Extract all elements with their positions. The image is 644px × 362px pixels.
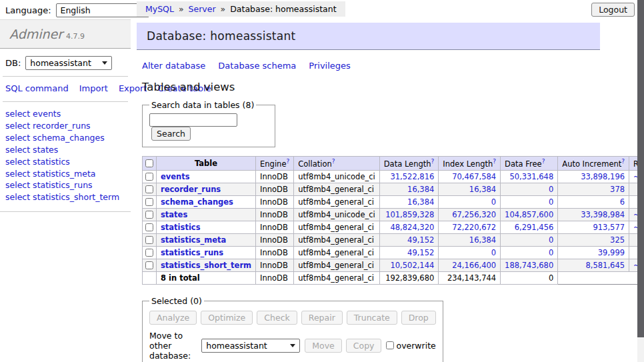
auto-increment-cell: 913,577	[558, 221, 629, 233]
table-row: recorder_runsInnoDButf8mb4_general_ci16,…	[143, 183, 644, 195]
db-select-value: homeassistant	[30, 58, 91, 68]
language-select-value: English	[61, 5, 91, 15]
button-check[interactable]: Check	[257, 311, 297, 325]
total-label-cell: 8 in total	[157, 271, 256, 284]
column-help-link[interactable]: ?	[332, 158, 335, 165]
breadcrumb-item-server[interactable]: Server	[189, 4, 216, 14]
data-length-cell: 49,152	[379, 246, 439, 259]
button-move[interactable]: Move	[305, 339, 342, 353]
row-checkbox[interactable]	[145, 173, 153, 181]
db-select[interactable]: homeassistant	[25, 56, 112, 70]
breadcrumb-separator: »	[179, 4, 184, 14]
link-database-schema[interactable]: Database schema	[218, 61, 296, 71]
sidebar-item-select-statistics-meta[interactable]: select statistics_meta	[5, 168, 125, 180]
sidebar-item-select-states[interactable]: select states	[5, 144, 125, 156]
table-row: statistics_short_termInnoDButf8mb4_gener…	[143, 259, 644, 271]
auto-increment-cell: 39,999	[558, 246, 629, 259]
breadcrumb-separator: »	[221, 4, 226, 14]
data-free-cell: 0	[501, 233, 558, 246]
auto-increment-cell: 325	[558, 233, 629, 246]
row-checkbox[interactable]	[145, 185, 153, 193]
move-buttons: MoveCopy	[305, 339, 381, 353]
table-link-states[interactable]: states	[161, 210, 187, 219]
link-alter-database[interactable]: Alter database	[142, 61, 205, 71]
button-copy[interactable]: Copy	[346, 339, 382, 353]
row-checkbox[interactable]	[145, 249, 153, 257]
column-header-index-length: Index Length?	[439, 157, 501, 171]
table-link-events[interactable]: events	[161, 172, 190, 181]
collation-cell: utf8mb4_general_ci	[294, 246, 380, 259]
overwrite-checkbox[interactable]	[386, 341, 394, 349]
index-length-cell: 72,220,672	[439, 221, 501, 233]
sidebar-action-sql-command[interactable]: SQL command	[5, 83, 69, 93]
data-length-cell: 16,384	[379, 195, 439, 208]
table-link-statistics-runs[interactable]: statistics_runs	[161, 248, 223, 257]
button-repair[interactable]: Repair	[301, 311, 343, 325]
table-link-recorder-runs[interactable]: recorder_runs	[161, 185, 221, 194]
collation-cell: utf8mb4_general_ci	[294, 221, 380, 233]
index-length-cell: 70,467,584	[439, 170, 501, 183]
table-link-schema-changes[interactable]: schema_changes	[161, 197, 233, 207]
table-link-statistics[interactable]: statistics	[161, 223, 201, 232]
table-name-cell: statistics_short_term	[157, 259, 256, 271]
total-row: 8 in totalInnoDButf8mb4_general_ci192,83…	[143, 271, 644, 284]
button-drop[interactable]: Drop	[401, 311, 436, 325]
sidebar-item-select-statistics-runs[interactable]: select statistics_runs	[5, 179, 125, 191]
row-checkbox[interactable]	[145, 261, 153, 269]
app-logo[interactable]: Adminer	[9, 27, 63, 41]
link-privileges[interactable]: Privileges	[309, 61, 351, 71]
sidebar-action-import[interactable]: Import	[79, 83, 108, 93]
search-button[interactable]: Search	[151, 127, 191, 141]
sidebar-item-select-statistics-short-term[interactable]: select statistics_short_term	[5, 191, 125, 203]
select-all-checkbox[interactable]	[145, 159, 153, 167]
sidebar-item-select-recorder-runs[interactable]: select recorder_runs	[5, 120, 125, 132]
scrollbar-thumb[interactable]	[637, 0, 644, 337]
table-name-cell: statistics_runs	[157, 246, 256, 259]
row-checkbox[interactable]	[145, 223, 153, 231]
column-header-engine: Engine?	[256, 157, 294, 171]
column-help-link[interactable]: ?	[542, 158, 545, 165]
row-checkbox[interactable]	[145, 211, 153, 219]
table-name-cell: events	[157, 170, 256, 183]
column-help-link[interactable]: ?	[431, 158, 435, 165]
table-row: statesInnoDButf8mb4_unicode_ci101,859,32…	[143, 208, 644, 221]
collation-cell: utf8mb4_unicode_ci	[294, 170, 380, 183]
column-header-collation: Collation?	[294, 157, 380, 171]
sidebar-item-select-schema-changes[interactable]: select schema_changes	[5, 132, 125, 144]
auto-increment-cell: 33,898,196	[558, 170, 629, 183]
column-header-auto-increment: Auto Increment?	[558, 157, 629, 171]
column-help-link[interactable]: ?	[493, 158, 496, 165]
move-db-select[interactable]: homeassistant	[201, 339, 300, 353]
button-truncate[interactable]: Truncate	[347, 311, 397, 325]
column-help-link[interactable]: ?	[621, 158, 625, 165]
scrollbar[interactable]	[637, 0, 644, 362]
row-checkbox[interactable]	[145, 236, 153, 244]
table-name-cell: recorder_runs	[157, 183, 256, 195]
data-length-cell: 101,859,328	[379, 208, 439, 221]
data-length-cell: 16,384	[379, 183, 439, 195]
data-free-cell: 188,743,680	[501, 259, 558, 271]
sidebar-item-select-events[interactable]: select events	[5, 108, 125, 120]
sidebar-item-select-statistics[interactable]: select statistics	[5, 156, 125, 168]
collation-cell: utf8mb4_general_ci	[294, 183, 380, 195]
button-optimize[interactable]: Optimize	[201, 311, 253, 325]
column-help-link[interactable]: ?	[286, 158, 289, 165]
app-version[interactable]: 4.7.9	[66, 32, 85, 41]
breadcrumb-item-database-homeassistant: Database: homeassistant	[230, 4, 336, 14]
table-link-statistics-meta[interactable]: statistics_meta	[161, 235, 226, 245]
table-row: statistics_metaInnoDButf8mb4_general_ci4…	[143, 233, 644, 246]
data-free-cell: 50,331,648	[501, 170, 558, 183]
chevron-down-icon	[102, 61, 107, 65]
tables-and-views-title: Tables and views	[142, 81, 603, 93]
language-select[interactable]: English	[56, 3, 149, 17]
breadcrumb-item-mysql[interactable]: MySQL	[145, 4, 174, 14]
search-input[interactable]	[149, 113, 237, 127]
button-analyze[interactable]: Analyze	[149, 311, 197, 325]
total-index-length-cell: 234,143,744	[439, 271, 501, 284]
table-name-cell: schema_changes	[157, 195, 256, 208]
table-name-cell: states	[157, 208, 256, 221]
total-select-cell	[143, 271, 157, 284]
row-checkbox[interactable]	[145, 198, 153, 206]
table-link-statistics-short-term[interactable]: statistics_short_term	[161, 261, 251, 270]
collation-cell: utf8mb4_general_ci	[294, 259, 380, 271]
